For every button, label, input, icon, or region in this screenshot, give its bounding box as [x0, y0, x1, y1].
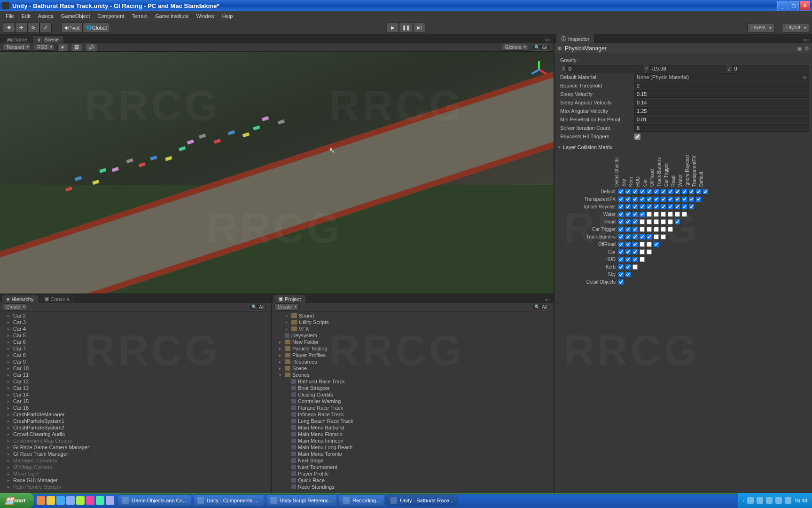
project-item[interactable]: Main Menu Infineon — [273, 437, 553, 444]
matrix-checkbox[interactable] — [632, 264, 638, 270]
layer-collision-matrix-header[interactable]: Layer Collision Matrix — [557, 143, 809, 151]
matrix-checkbox[interactable] — [640, 234, 645, 239]
layers-dropdown[interactable]: Layers — [747, 23, 774, 32]
hierarchy-item[interactable]: ▸Car 3 — [1, 319, 270, 325]
matrix-checkbox[interactable] — [625, 257, 631, 262]
hierarchy-item[interactable]: ▸GI Race Track Manager — [1, 451, 270, 457]
scene-audio-toggle[interactable]: 🔊 — [85, 44, 97, 51]
project-create-dropdown[interactable]: Create — [274, 303, 299, 310]
pause-button[interactable]: ❚❚ — [399, 23, 413, 33]
matrix-checkbox[interactable] — [640, 212, 645, 217]
quicklaunch-icon[interactable] — [56, 496, 65, 505]
project-item[interactable]: Quick Race — [273, 477, 553, 484]
quicklaunch-icon[interactable] — [37, 496, 45, 505]
project-item[interactable]: Main Menu Long Beach — [273, 444, 553, 451]
hierarchy-item[interactable]: ▸Race GUI Manager — [1, 477, 270, 484]
hierarchy-item[interactable]: ▸Car 7 — [1, 345, 270, 352]
matrix-checkbox[interactable] — [625, 234, 631, 239]
hierarchy-search[interactable]: 🔍 All — [248, 304, 268, 310]
matrix-checkbox[interactable] — [618, 227, 624, 232]
menu-file[interactable]: File — [2, 12, 18, 20]
taskbar-item[interactable]: Unity - Bathurst Race... — [386, 494, 458, 507]
property-input[interactable] — [634, 99, 809, 106]
gravity-z-input[interactable] — [732, 65, 809, 72]
hierarchy-item[interactable]: ▸Car 10 — [1, 365, 270, 372]
project-item[interactable]: Boot Strapper — [273, 385, 553, 391]
matrix-checkbox[interactable] — [661, 227, 666, 232]
tab-hierarchy[interactable]: ≡ Hierarchy — [2, 295, 39, 303]
matrix-checkbox[interactable] — [682, 189, 687, 194]
menu-terrain[interactable]: Terrain — [128, 12, 151, 20]
hierarchy-item[interactable]: ▸Moon Light — [1, 470, 270, 477]
matrix-checkbox[interactable] — [632, 257, 638, 262]
global-toggle-button[interactable]: 🌐 Global — [83, 23, 110, 33]
panel-menu-icon[interactable]: ▾≡ — [542, 37, 554, 43]
minimize-button[interactable]: _ — [777, 1, 788, 10]
matrix-checkbox[interactable] — [647, 249, 652, 254]
matrix-checkbox[interactable] — [689, 189, 694, 194]
gravity-x-input[interactable] — [566, 65, 643, 72]
project-item[interactable]: ▸ New Folder — [273, 339, 553, 345]
matrix-checkbox[interactable] — [654, 227, 659, 232]
project-item[interactable]: ▸ Scene — [273, 365, 553, 372]
matrix-checkbox[interactable] — [654, 219, 659, 224]
matrix-checkbox[interactable] — [682, 197, 687, 202]
project-item[interactable]: Infineon Race Track — [273, 411, 553, 418]
project-item[interactable]: ▾ Scenes — [273, 372, 553, 378]
matrix-checkbox[interactable] — [632, 212, 638, 217]
project-item[interactable]: Main Menu Bathurst — [273, 424, 553, 431]
matrix-checkbox[interactable] — [654, 197, 659, 202]
property-input[interactable] — [634, 124, 809, 132]
render-mode-dropdown[interactable]: RGB — [34, 44, 55, 51]
pivot-toggle-button[interactable]: ◆ Pivot — [61, 23, 83, 33]
matrix-checkbox[interactable] — [675, 189, 680, 194]
project-item[interactable]: Player Profile — [273, 470, 553, 477]
property-input[interactable] — [634, 82, 809, 89]
hierarchy-item[interactable]: ▸Car 2 — [1, 312, 270, 319]
move-tool-button[interactable]: ✣ — [15, 23, 27, 33]
taskbar-item[interactable]: Unity Script Referenc... — [266, 494, 337, 507]
matrix-checkbox[interactable] — [618, 242, 624, 247]
component-settings-icon[interactable]: ⚙ — [804, 46, 809, 52]
matrix-checkbox[interactable] — [647, 227, 652, 232]
project-item[interactable]: joeysystem — [273, 332, 553, 339]
tab-console[interactable]: ▣ Console — [39, 295, 74, 303]
gravity-y-input[interactable] — [649, 65, 726, 72]
tray-icon[interactable] — [785, 497, 791, 504]
project-item[interactable]: ▸ Resources — [273, 358, 553, 365]
matrix-checkbox[interactable] — [647, 189, 652, 194]
matrix-checkbox[interactable] — [632, 234, 638, 239]
hierarchy-item[interactable]: ▸Car 5 — [1, 332, 270, 339]
matrix-checkbox[interactable] — [675, 197, 680, 202]
hierarchy-item[interactable]: ▸MiniMap Camera — [1, 464, 270, 470]
tray-icon[interactable] — [766, 497, 773, 504]
matrix-checkbox[interactable] — [640, 242, 645, 247]
matrix-checkbox[interactable] — [661, 189, 666, 194]
matrix-checkbox[interactable] — [618, 264, 624, 270]
close-button[interactable]: × — [800, 1, 810, 10]
matrix-checkbox[interactable] — [668, 219, 673, 224]
hierarchy-item[interactable]: ▸Car 8 — [1, 352, 270, 358]
matrix-checkbox[interactable] — [625, 212, 631, 217]
matrix-checkbox[interactable] — [654, 242, 659, 247]
matrix-checkbox[interactable] — [668, 212, 673, 217]
matrix-checkbox[interactable] — [647, 204, 652, 209]
hierarchy-item[interactable]: ▸Car 4 — [1, 325, 270, 332]
matrix-checkbox[interactable] — [640, 257, 645, 262]
menu-component[interactable]: Component — [94, 12, 128, 20]
matrix-checkbox[interactable] — [640, 189, 645, 194]
maximize-button[interactable]: □ — [789, 1, 799, 10]
matrix-checkbox[interactable] — [618, 249, 624, 254]
tray-icon[interactable] — [757, 497, 763, 504]
taskbar-item[interactable]: Unity - Components -... — [193, 494, 264, 507]
project-item[interactable]: ▸ Particle Testing — [273, 345, 553, 352]
rotate-tool-button[interactable]: ⟳ — [27, 23, 39, 33]
step-button[interactable]: ▶| — [413, 23, 425, 33]
project-item[interactable]: Main Menu Toronto — [273, 451, 553, 457]
matrix-checkbox[interactable] — [625, 272, 631, 277]
tray-icon[interactable] — [775, 497, 782, 504]
matrix-checkbox[interactable] — [625, 227, 631, 232]
matrix-checkbox[interactable] — [668, 189, 673, 194]
draw-mode-dropdown[interactable]: Textured — [3, 44, 31, 51]
matrix-checkbox[interactable] — [703, 189, 708, 194]
